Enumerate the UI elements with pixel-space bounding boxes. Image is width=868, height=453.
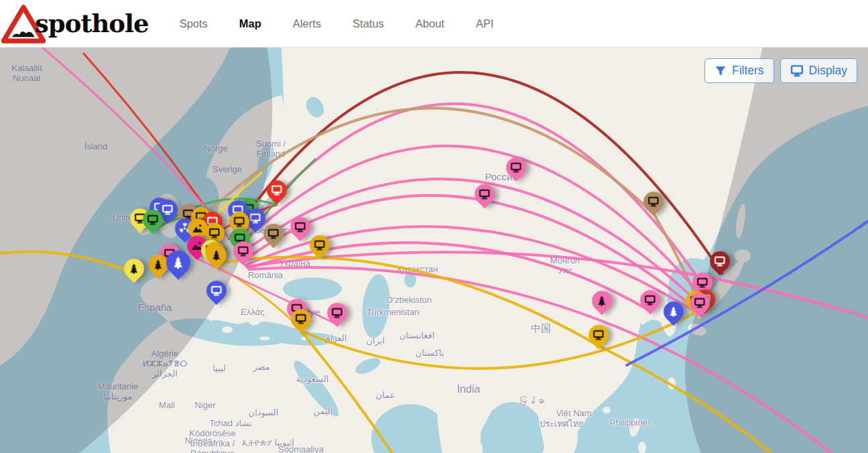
map-label: Norge <box>204 144 227 154</box>
map-label: Монгол Улс <box>550 256 580 276</box>
map-marker[interactable] <box>706 247 734 275</box>
display-icon <box>790 64 804 77</box>
monitor-icon <box>233 216 245 227</box>
map-marker[interactable] <box>202 277 231 305</box>
map-label: Қазақстан <box>397 265 438 275</box>
monitor-icon <box>696 277 708 288</box>
monitor-icon <box>271 184 282 196</box>
display-label: Display <box>809 64 847 78</box>
nav-item-map[interactable]: Map <box>239 17 261 30</box>
mountain-icon <box>192 222 203 234</box>
filters-label: Filters <box>732 64 764 78</box>
display-button[interactable]: Display <box>780 58 857 83</box>
map-label: Україна <box>280 259 310 269</box>
monitor-icon <box>162 204 173 215</box>
header: spothole SpotsMapAlertsStatusAboutAPI <box>0 0 868 48</box>
monitor-icon <box>644 294 656 306</box>
map-label: ประเทศไทย <box>540 419 584 430</box>
nav-item-about[interactable]: About <box>416 17 444 30</box>
monitor-icon <box>210 285 222 296</box>
map-marker[interactable] <box>471 180 499 208</box>
map-label: España <box>138 302 172 313</box>
tree-icon <box>172 255 185 269</box>
brand[interactable]: spothole <box>0 0 149 47</box>
monitor-icon <box>647 196 659 207</box>
map[interactable]: Kalaallit NunaatÍslandNorgeSuomi / Finla… <box>0 0 868 453</box>
map-marker[interactable] <box>502 153 530 182</box>
map-marker[interactable] <box>636 286 664 314</box>
nav-item-api[interactable]: API <box>476 17 494 30</box>
map-label: Algérie ⵍⵣⵣⴰⵢⴻⵔ الجزائر <box>142 349 187 379</box>
monitor-icon <box>314 239 325 251</box>
monitor-icon <box>208 227 220 239</box>
map-label: السعودية <box>296 375 329 385</box>
map-label: العراق <box>324 334 347 344</box>
map-label: Mauritanie موريتانيا <box>98 382 139 402</box>
monitor-icon <box>267 228 279 239</box>
main-nav: SpotsMapAlertsStatusAboutAPI <box>180 17 494 30</box>
map-toolbar: Filters Display <box>704 58 857 83</box>
map-label: România <box>248 271 283 281</box>
tree-icon <box>596 295 607 306</box>
map-label: Ελλάς <box>241 308 264 318</box>
tree-icon <box>210 249 222 261</box>
map-marker[interactable] <box>588 287 616 315</box>
map-label: Nigeria <box>184 436 212 446</box>
map-label: 中国 <box>531 322 551 334</box>
monitor-icon <box>147 214 158 225</box>
map-marker[interactable] <box>584 321 613 349</box>
monitor-icon <box>249 212 261 224</box>
monitor-icon <box>593 329 604 340</box>
monitor-icon <box>331 307 343 318</box>
map-marker[interactable] <box>120 255 148 283</box>
monitor-icon <box>694 297 705 308</box>
map-label: O‘zbekiston <box>386 296 432 306</box>
monitor-icon <box>295 313 306 324</box>
map-label: Mali <box>159 401 175 411</box>
filter-icon <box>715 65 727 77</box>
map-label: افغانستان <box>399 331 435 341</box>
map-label: Soomaaliya <box>278 445 324 453</box>
map-marker[interactable] <box>323 299 351 327</box>
monitor-icon <box>510 161 521 173</box>
map-marker[interactable] <box>263 176 291 204</box>
nav-item-status[interactable]: Status <box>353 17 384 30</box>
map-label: Ködörösêse tî Bêafrîka / République <box>189 429 235 453</box>
monitor-icon <box>237 245 249 257</box>
tree-icon <box>668 306 679 317</box>
map-label: باكستان <box>416 348 444 359</box>
map-label: Ísland <box>84 142 108 152</box>
map-label: India <box>457 383 481 395</box>
map-marker[interactable] <box>639 188 668 216</box>
map-label: Tchad تشاد <box>209 419 251 429</box>
monitor-icon <box>294 221 306 233</box>
monitor-icon <box>479 188 490 200</box>
map-label: Türkmenistan <box>367 308 420 318</box>
map-label: السودان <box>249 408 279 418</box>
filters-button[interactable]: Filters <box>704 58 774 83</box>
map-marker[interactable] <box>286 213 314 241</box>
brand-name: spothole <box>35 9 149 38</box>
map-label: Philippines <box>610 418 652 428</box>
map-label: ايران <box>366 336 385 346</box>
map-marker[interactable] <box>306 231 334 259</box>
map-label: ليبيا <box>212 364 226 374</box>
map-label: مصر <box>253 363 269 373</box>
map-label: မြန်မာ <box>519 397 545 407</box>
tree-icon <box>152 259 164 270</box>
map-label: ኢትዮጵያ إثيوبيا <box>242 438 294 448</box>
nav-item-spots[interactable]: Spots <box>180 17 208 30</box>
map-label: Sverige <box>212 165 242 175</box>
map-label: اليمن <box>314 407 333 417</box>
map-label: Kalaallit Nunaat <box>11 64 42 84</box>
map-marker[interactable] <box>660 298 688 326</box>
map-label: عمان <box>376 391 395 401</box>
tree-icon <box>128 263 139 274</box>
monitor-icon <box>714 255 725 267</box>
nav-item-alerts[interactable]: Alerts <box>293 17 321 30</box>
map-label: Suomi / Finland <box>256 139 286 159</box>
map-label: Việt Nam <box>556 409 591 419</box>
map-label: Niger <box>194 401 215 411</box>
